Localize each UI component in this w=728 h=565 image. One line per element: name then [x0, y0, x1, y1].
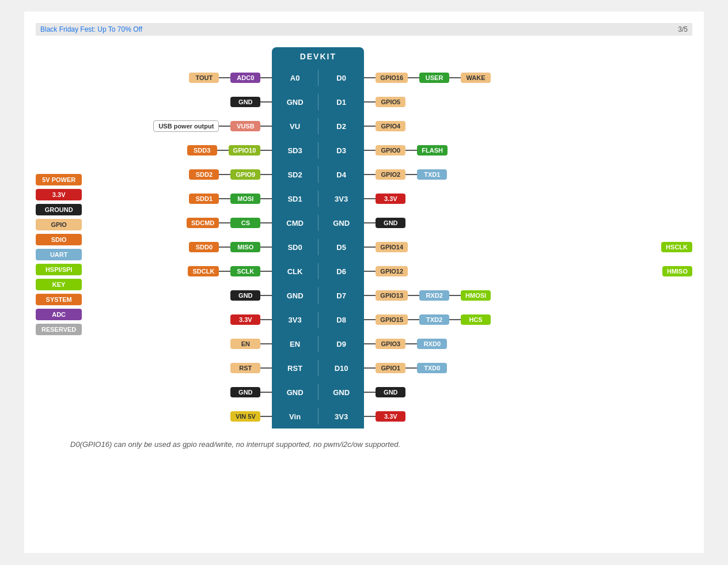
chip-row: Vin3V3: [272, 404, 364, 429]
pin-badge: RXD0: [417, 339, 447, 349]
pin-badge: HMOSI: [461, 290, 491, 301]
chip-pin-label: D5: [318, 243, 365, 252]
pin-badge: SDD3: [187, 145, 217, 156]
page-container: Black Friday Fest: Up To 70% Off 3/5 5V …: [24, 12, 704, 553]
legend-item: GPIO: [36, 219, 82, 230]
connector-line: [219, 77, 230, 78]
pin-diagram: DEVKIT TOUTADC0A0D0GPIO16USERWAKEGNDGNDD…: [99, 47, 692, 429]
chip-pin-label: D8: [318, 316, 365, 324]
legend-item: SYSTEM: [36, 294, 82, 305]
pin-badge: WAKE: [461, 73, 491, 83]
pin-badge: GND: [376, 218, 405, 228]
connector-line: [219, 174, 230, 175]
chip-pin-label: CLK: [272, 267, 318, 276]
connector-line: [405, 343, 417, 344]
chip-row: SD3D3: [272, 138, 364, 162]
chip-pin-label: Vin: [272, 412, 318, 421]
connector-line: [364, 222, 376, 223]
chip-pin-label: VU: [272, 122, 318, 131]
left-pins: GND: [99, 290, 272, 301]
connector-line: [260, 101, 272, 103]
chip-row: SD0D5: [272, 235, 364, 259]
connector-line: [405, 150, 417, 151]
chip-pin-label: 3V3: [272, 316, 318, 324]
pin-row: SDCLKSCLKCLKD6GPIO12HMISO: [99, 259, 692, 283]
left-pins: RST: [99, 363, 272, 373]
pin-badge: EN: [230, 339, 260, 349]
left-pins: USB power outputVUSB: [99, 120, 272, 132]
chip-title: DEVKIT: [272, 47, 364, 66]
left-pins: TOUTADC0: [99, 73, 272, 83]
chip-row: RSTD10: [272, 356, 364, 380]
connector-line: [364, 150, 376, 151]
pin-badge: GPIO15: [376, 314, 408, 325]
legend-item: KEY: [36, 279, 82, 290]
connector-line: [260, 392, 272, 393]
chip-pin-label: GND: [272, 291, 318, 300]
right-pins: GND: [364, 387, 692, 397]
pin-badge: USER: [419, 73, 449, 83]
pin-badge: GPIO12: [376, 266, 408, 276]
pin-row: SDD0MISOSD0D5GPIO14HSCLK: [99, 235, 692, 259]
chip-row: CLKD6: [272, 259, 364, 283]
pin-badge: MOSI: [230, 194, 260, 204]
pin-badge: SCLK: [230, 266, 260, 276]
connector-line: [260, 295, 272, 296]
left-pins: EN: [99, 339, 272, 349]
pin-row: SDD2GPIO9SD2D4GPIO2TXD1: [99, 162, 692, 187]
pin-badge: SDD0: [189, 242, 219, 252]
connector-line: [260, 247, 272, 248]
left-pins: SDD2GPIO9: [99, 169, 272, 180]
connector-line: [219, 247, 230, 248]
pin-badge: GPIO1: [376, 363, 405, 373]
chip-row: SD13V3: [272, 187, 364, 211]
pin-badge: GPIO0: [376, 145, 405, 156]
legend-item: HSPI/SPI: [36, 264, 82, 275]
right-pins: GPIO2TXD1: [364, 169, 692, 180]
chip-pin-label: D4: [318, 170, 365, 179]
legend-item: 3.3V: [36, 189, 82, 200]
connector-line: [260, 319, 272, 320]
right-pins: GPIO3RXD0: [364, 339, 692, 349]
pin-badge: GND: [230, 387, 260, 397]
pin-row: USB power outputVUSBVUD2GPIO4: [99, 114, 692, 138]
chip-row: A0D0: [272, 66, 364, 90]
left-pins: SDD1MOSI: [99, 194, 272, 204]
chip-pin-label: SD1: [272, 195, 318, 203]
pin-rows-container: TOUTADC0A0D0GPIO16USERWAKEGNDGNDD1GPIO5U…: [99, 66, 692, 429]
topbar-link[interactable]: Black Friday Fest: Up To 70% Off: [40, 25, 142, 33]
connector-line: [405, 174, 417, 175]
connector-line: [219, 126, 230, 127]
connector-line: [260, 367, 272, 369]
pin-row: 3.3V3V3D8GPIO15TXD2HCS: [99, 308, 692, 332]
pin-badge: HCS: [461, 314, 491, 325]
connector-line: [364, 343, 376, 344]
topbar-pagination: 3/5: [678, 25, 688, 33]
chip-row: END9: [272, 332, 364, 356]
pin-badge: GND: [376, 387, 405, 397]
pin-badge: SDD2: [189, 169, 219, 180]
pin-badge: GND: [230, 97, 260, 107]
pin-badge: HSCLK: [661, 242, 692, 252]
legend-item: RESERVED: [36, 324, 82, 335]
connector-line: [364, 416, 376, 417]
pin-badge: HMISO: [662, 266, 692, 276]
pin-badge: VIN 5V: [230, 411, 260, 422]
connector-line: [364, 271, 376, 272]
connector-line: [260, 222, 272, 223]
legend-item: SDIO: [36, 234, 82, 245]
chip-pin-label: GND: [272, 98, 318, 107]
pin-badge: ADC0: [230, 73, 260, 83]
right-pins: GND: [364, 218, 692, 228]
legend-item: UART: [36, 249, 82, 260]
connector-line: [219, 271, 230, 272]
pin-row: SDCMDCSCMDGNDGND: [99, 211, 692, 235]
connector-line: [364, 247, 376, 248]
connector-line: [449, 77, 461, 78]
chip-pin-label: D9: [318, 340, 365, 348]
chip-row: SD2D4: [272, 162, 364, 187]
pin-badge: GPIO3: [376, 339, 405, 349]
pin-row: GNDGNDD1GPIO5: [99, 90, 692, 114]
left-pins: SDD3GPIO10: [99, 145, 272, 156]
connector-line: [364, 101, 376, 103]
